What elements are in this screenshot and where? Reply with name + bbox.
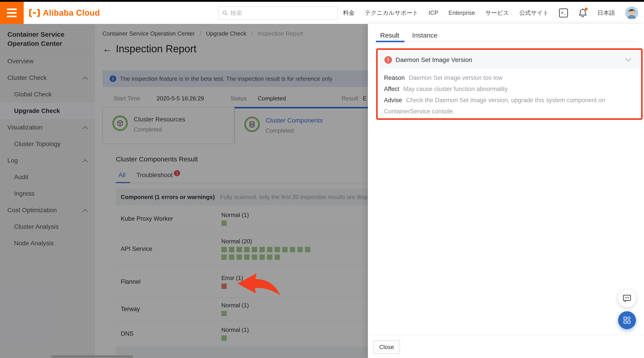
header-nav-item[interactable]: ICP	[429, 10, 438, 16]
reason-label: Reason	[384, 74, 405, 81]
drawer-active-tab-underline	[376, 41, 404, 42]
hamburger-bar	[7, 8, 17, 10]
chevron-down-icon[interactable]	[625, 58, 632, 62]
header-nav-items: 料金テクニカルサポートICPEnterpriseサービス公式サイト	[343, 9, 549, 17]
global-search[interactable]	[218, 6, 338, 20]
daemon-set-panel-header[interactable]: ! Daemon Set Image Version	[380, 51, 640, 69]
window-top-edge	[0, 0, 644, 2]
result-drawer-panel: Result Instance ! Daemon Set Image Versi…	[368, 24, 644, 358]
cloudshell-terminal-icon[interactable]: >_	[559, 8, 568, 18]
header-nav-item[interactable]: テクニカルサポート	[365, 9, 418, 17]
hamburger-menu-button[interactable]	[0, 2, 24, 24]
header-nav-item[interactable]: Enterprise	[448, 10, 475, 16]
alibaba-cloud-logo[interactable]: Alibaba Cloud	[28, 2, 100, 24]
drawer-tabs-divider	[376, 41, 638, 42]
error-exclamation-icon: !	[384, 56, 392, 64]
advise-label: Advise	[384, 97, 402, 104]
drawer-tabs: Result Instance	[380, 32, 438, 39]
top-header-bar: Alibaba Cloud 料金テクニカルサポートICPEnterpriseサー…	[0, 2, 644, 24]
reason-value: Daemon Set image version too low	[409, 74, 502, 81]
header-nav-item[interactable]: 公式サイト	[519, 9, 549, 17]
affect-value: May cause cluster function abnormality	[404, 86, 508, 92]
feedback-chat-button[interactable]	[618, 289, 636, 307]
quick-apps-button[interactable]	[618, 311, 636, 329]
hamburger-bar	[7, 12, 17, 14]
apps-grid-icon	[624, 317, 630, 324]
affect-row: AffectMay cause cluster function abnorma…	[384, 84, 626, 94]
panel-body: ReasonDaemon Set image version too low A…	[384, 72, 626, 117]
search-input[interactable]	[230, 10, 334, 17]
hamburger-bar	[7, 16, 17, 17]
tab-instance[interactable]: Instance	[412, 32, 438, 39]
user-avatar[interactable]	[625, 6, 638, 20]
advise-row: AdviseCheck the Daemon Set image version…	[384, 94, 626, 117]
header-nav-item[interactable]: サービス	[485, 9, 509, 17]
panel-title: Daemon Set Image Version	[396, 56, 472, 64]
header-nav: 料金テクニカルサポートICPEnterpriseサービス公式サイト >_ 日本語	[343, 2, 638, 24]
notification-dot	[585, 8, 588, 10]
avatar-image	[625, 6, 638, 20]
language-selector[interactable]: 日本語	[598, 9, 615, 17]
notifications-button[interactable]	[578, 8, 587, 18]
close-button[interactable]: Close	[373, 340, 400, 354]
modal-dim-overlay[interactable]	[0, 24, 368, 358]
chat-bubble-icon	[622, 294, 632, 303]
brand-text: Alibaba Cloud	[43, 8, 100, 18]
affect-label: Affect	[384, 86, 399, 92]
header-nav-item[interactable]: 料金	[343, 9, 355, 17]
advise-value: Check the Daemon Set image version, upgr…	[384, 97, 605, 115]
reason-row: ReasonDaemon Set image version too low	[384, 72, 626, 84]
screenshot-stage: Alibaba Cloud 料金テクニカルサポートICPEnterpriseサー…	[0, 0, 644, 358]
search-icon	[222, 10, 228, 16]
alibaba-cloud-logo-icon	[28, 8, 40, 18]
tab-result[interactable]: Result	[380, 32, 399, 39]
drawer-footer-divider	[368, 335, 644, 335]
